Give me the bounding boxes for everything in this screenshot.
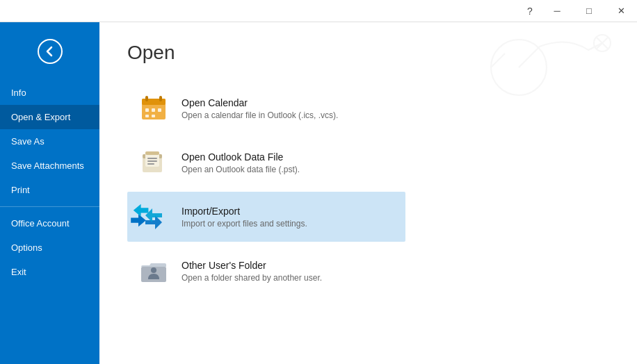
svg-rect-17 bbox=[147, 163, 154, 165]
svg-rect-10 bbox=[152, 115, 155, 117]
sidebar: Info Open & Export Save As Save Attachme… bbox=[0, 22, 99, 364]
user-folder-icon bbox=[137, 254, 170, 288]
svg-rect-4 bbox=[145, 96, 148, 101]
option-import-export[interactable]: Import/Export Import or export files and… bbox=[127, 192, 405, 242]
sidebar-item-office-account[interactable]: Office Account bbox=[0, 211, 99, 235]
maximize-button[interactable]: □ bbox=[573, 0, 605, 22]
option-other-user-folder[interactable]: Other User's Folder Open a folder shared… bbox=[127, 246, 405, 296]
sidebar-item-save-as[interactable]: Save As bbox=[0, 129, 99, 154]
option-open-calendar[interactable]: Open Calendar Open a calendar file in Ou… bbox=[127, 83, 405, 133]
option-open-data-file[interactable]: Open Outlook Data File Open an Outlook d… bbox=[127, 138, 405, 188]
sidebar-item-exit[interactable]: Exit bbox=[0, 260, 99, 284]
app-body: Info Open & Export Save As Save Attachme… bbox=[0, 22, 637, 364]
svg-rect-7 bbox=[152, 108, 155, 112]
page-title: Open bbox=[127, 42, 609, 64]
option-folder-desc: Open a folder shared by another user. bbox=[182, 273, 396, 283]
bg-decoration bbox=[477, 29, 630, 106]
svg-rect-9 bbox=[145, 115, 149, 117]
sidebar-item-open-export[interactable]: Open & Export bbox=[0, 105, 99, 129]
sidebar-item-info[interactable]: Info bbox=[0, 81, 99, 105]
option-folder-title: Other User's Folder bbox=[182, 260, 396, 271]
title-bar-controls: ? ─ □ ✕ bbox=[519, 0, 637, 22]
svg-marker-20 bbox=[134, 204, 149, 217]
minimize-button[interactable]: ─ bbox=[541, 0, 573, 22]
svg-marker-19 bbox=[131, 214, 146, 226]
option-calendar-desc: Open a calendar file in Outlook (.ics, .… bbox=[182, 110, 396, 120]
option-data-file-title: Open Outlook Data File bbox=[182, 151, 396, 163]
back-button[interactable] bbox=[32, 33, 68, 69]
help-button[interactable]: ? bbox=[519, 0, 541, 22]
option-data-file-desc: Open an Outlook data file (.pst). bbox=[182, 165, 396, 174]
back-icon bbox=[38, 39, 63, 64]
sidebar-item-options[interactable]: Options bbox=[0, 235, 99, 260]
sidebar-item-save-attachments[interactable]: Save Attachments bbox=[0, 154, 99, 178]
main-content: Open Open Calendar Open a calendar bbox=[99, 22, 637, 364]
calendar-icon bbox=[137, 92, 170, 125]
data-file-icon bbox=[137, 146, 170, 179]
svg-rect-14 bbox=[145, 151, 159, 155]
option-import-export-desc: Import or export files and settings. bbox=[182, 219, 396, 229]
svg-point-22 bbox=[151, 267, 156, 273]
svg-rect-5 bbox=[159, 96, 162, 101]
option-calendar-title: Open Calendar bbox=[182, 97, 396, 108]
sidebar-item-print[interactable]: Print bbox=[0, 178, 99, 202]
close-button[interactable]: ✕ bbox=[605, 0, 637, 22]
svg-rect-15 bbox=[147, 158, 157, 159]
sidebar-divider bbox=[0, 206, 99, 207]
title-bar: ? ─ □ ✕ bbox=[0, 0, 637, 22]
svg-rect-8 bbox=[158, 108, 161, 112]
option-import-export-title: Import/Export bbox=[182, 206, 396, 217]
svg-rect-6 bbox=[145, 108, 149, 112]
svg-rect-16 bbox=[147, 160, 157, 162]
import-export-icon bbox=[137, 200, 170, 233]
